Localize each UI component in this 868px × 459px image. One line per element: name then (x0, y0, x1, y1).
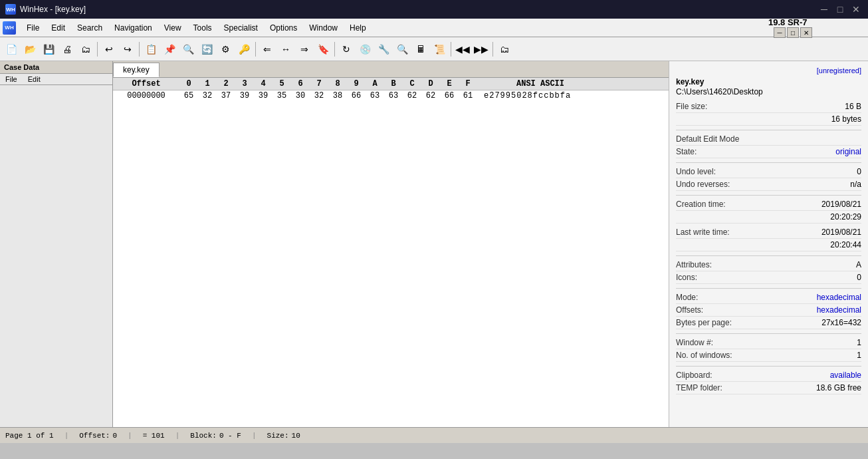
rp-filename: key.key (676, 77, 861, 86)
bookmark-button[interactable]: 🔖 (314, 41, 332, 58)
script-button[interactable]: 📜 (431, 41, 448, 58)
redo-button[interactable]: ↪ (119, 41, 136, 58)
rp-attributes-label: Attributes: (676, 260, 712, 269)
rp-divider-7 (676, 366, 861, 367)
hex-byte-0-4[interactable]: 39 (254, 91, 272, 100)
rp-temp-folder-value: 18.6 GB free (816, 383, 861, 392)
goto-next-button[interactable]: ⇒ (296, 41, 313, 58)
rp-undo-level-value: 0 (857, 167, 861, 176)
rp-window-section: Window #: 1 No. of windows: 1 (676, 338, 861, 362)
title-restore-button[interactable]: □ (833, 4, 847, 15)
menu-navigation[interactable]: Navigation (109, 22, 158, 34)
hex-row-0-bytes: 65 32 37 39 39 35 30 32 38 66 63 63 62 6… (179, 91, 477, 100)
menu-window[interactable]: Window (304, 22, 343, 34)
menu-search[interactable]: Search (72, 22, 108, 34)
hex-byte-0-8[interactable]: 38 (328, 91, 347, 100)
hex-row-0[interactable]: 00000000 65 32 37 39 39 35 30 32 38 66 6… (113, 90, 669, 101)
rp-creation-time2-row: 20:20:29 (676, 212, 861, 224)
hex-byte-0-e[interactable]: 66 (440, 91, 459, 100)
hex-col-d: D (421, 79, 440, 88)
hex-byte-0-5[interactable]: 35 (272, 91, 291, 100)
calc-button[interactable]: 🖩 (412, 41, 429, 58)
print-button[interactable]: 🖨 (58, 41, 76, 58)
properties-button[interactable]: 🗂 (77, 41, 94, 58)
menu-win-controls: ─ □ ✕ (774, 27, 812, 38)
goto-prev-button[interactable]: ⇐ (259, 41, 276, 58)
new-file-button[interactable]: 📄 (3, 41, 20, 58)
hex-byte-0-c[interactable]: 62 (403, 91, 421, 100)
rp-lastwrite-row: Last write time: 2019/08/21 (676, 228, 861, 239)
paste-button[interactable]: 📌 (161, 41, 178, 58)
rp-path: C:\Users\14620\Desktop (676, 87, 861, 96)
rp-state-value: original (835, 147, 861, 156)
rp-window-num-value: 1 (857, 338, 861, 347)
hex-view[interactable]: Offset 0 1 2 3 4 5 6 7 8 9 A B C D E (113, 78, 669, 427)
rp-creation-time-label: Creation time: (676, 200, 726, 209)
find3-button[interactable]: 🔑 (235, 41, 253, 58)
sidebar-file-menu[interactable]: File (0, 74, 23, 84)
toolbar-separator-4 (334, 42, 335, 57)
title-close-button[interactable]: ✕ (849, 4, 863, 15)
menu-tools[interactable]: Tools (188, 22, 217, 34)
hex-byte-0-2[interactable]: 37 (217, 91, 235, 100)
save-button[interactable]: 💾 (40, 41, 57, 58)
disk-button[interactable]: 💿 (356, 41, 374, 58)
rp-icons-value: 0 (857, 273, 861, 282)
rp-edit-mode-label: Default Edit Mode (676, 134, 739, 144)
hex-byte-0-d[interactable]: 62 (421, 91, 440, 100)
rp-creation-time-row: Creation time: 2019/08/21 (676, 200, 861, 211)
menu-file[interactable]: File (21, 22, 45, 34)
size-label: Size: (267, 432, 289, 440)
goto-start-button[interactable]: ↔ (277, 41, 294, 58)
title-minimize-button[interactable]: ─ (817, 4, 831, 15)
options-button[interactable]: 🗂 (496, 41, 513, 58)
menu-logo-icon: WH (3, 21, 16, 35)
title-bar-left: WH WinHex - [key.key] (5, 4, 86, 15)
find-button[interactable]: 🔍 (179, 41, 197, 58)
rp-attributes-section: Attributes: A Icons: 0 (676, 260, 861, 284)
rp-undo-level-label: Undo level: (676, 167, 716, 176)
hex-byte-0-a[interactable]: 63 (366, 91, 384, 100)
hex-byte-0-b[interactable]: 63 (384, 91, 403, 100)
rp-creation-time2-value: 20:20:29 (830, 212, 861, 222)
nav2-button[interactable]: ▶▶ (473, 41, 490, 58)
undo-button[interactable]: ↩ (100, 41, 118, 58)
hex-byte-0-1[interactable]: 32 (198, 91, 217, 100)
sidebar: Case Data File Edit (0, 61, 113, 427)
rp-no-of-windows-row: No. of windows: 1 (676, 351, 861, 362)
menu-options[interactable]: Options (265, 22, 302, 34)
menu-restore-button[interactable]: □ (787, 27, 799, 38)
tools2-button[interactable]: 🔧 (375, 41, 392, 58)
rp-undo-reverses-value: n/a (850, 180, 861, 189)
hex-header: Offset 0 1 2 3 4 5 6 7 8 9 A B C D E (113, 78, 669, 90)
search-button[interactable]: 🔍 (393, 41, 411, 58)
replace-button[interactable]: 🔄 (198, 41, 215, 58)
menu-help[interactable]: Help (344, 22, 372, 34)
hex-byte-0-6[interactable]: 30 (291, 91, 310, 100)
hex-byte-0-f[interactable]: 61 (459, 91, 477, 100)
main-layout: Case Data File Edit key.key Offset 0 1 2… (0, 61, 868, 427)
hex-col-2: 2 (217, 79, 235, 88)
hex-col-0: 0 (179, 79, 198, 88)
open-file-button[interactable]: 📂 (21, 41, 39, 58)
menu-view[interactable]: View (159, 22, 187, 34)
menu-edit[interactable]: Edit (46, 22, 70, 34)
menu-close-button[interactable]: ✕ (800, 27, 812, 38)
nav1-button[interactable]: ◀◀ (454, 41, 471, 58)
refresh-button[interactable]: ↻ (338, 41, 355, 58)
hex-byte-0-7[interactable]: 32 (310, 91, 328, 100)
rp-bytes-per-page-value: 27x16=432 (821, 318, 861, 327)
menu-minimize-button[interactable]: ─ (774, 27, 786, 38)
find2-button[interactable]: ⚙ (217, 41, 234, 58)
hex-byte-0-9[interactable]: 66 (347, 91, 366, 100)
copy-button[interactable]: 📋 (142, 41, 160, 58)
sidebar-edit-menu[interactable]: Edit (23, 74, 46, 84)
menu-specialist[interactable]: Specialist (219, 22, 263, 34)
tab-key-key[interactable]: key.key (113, 63, 160, 77)
hex-col-b: B (384, 79, 403, 88)
rp-attributes-value: A (856, 260, 861, 269)
rp-file-size-bytes-row: 16 bytes (676, 114, 861, 126)
hex-byte-0-3[interactable]: 39 (235, 91, 254, 100)
page-label: Page 1 of 1 (5, 432, 54, 440)
hex-byte-0-0[interactable]: 65 (179, 91, 198, 100)
